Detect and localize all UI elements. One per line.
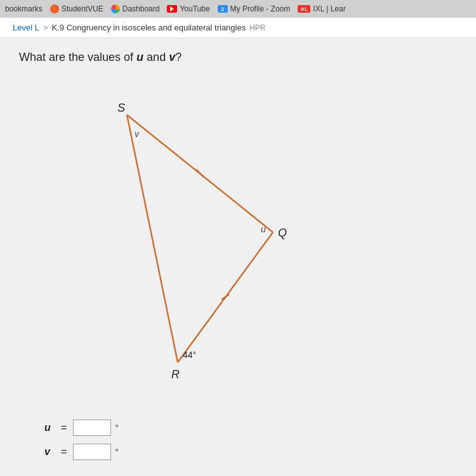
- youtube-label: YouTube: [180, 4, 209, 13]
- studentvue-label: StudentVUE: [62, 4, 103, 13]
- vertex-S-label: S: [117, 102, 125, 114]
- u-equals: =: [61, 422, 67, 433]
- breadcrumb-level[interactable]: Level L: [13, 23, 39, 32]
- variable-v-label: v: [135, 129, 140, 139]
- ixl-label: IXL | Lear: [313, 4, 345, 13]
- breadcrumb-code: HPR: [249, 23, 265, 32]
- angle-44-label: 44°: [183, 350, 196, 360]
- main-content: Level L > K.9 Congruency in isosceles an…: [0, 18, 476, 476]
- vertex-Q-label: Q: [278, 227, 287, 239]
- studentvue-item[interactable]: StudentVUE: [50, 4, 103, 13]
- v-equals: =: [61, 446, 67, 458]
- tick-SQ: [196, 169, 204, 177]
- v-label: v: [44, 446, 57, 458]
- answer-row-u: u = °: [44, 420, 457, 436]
- dashboard-label: Dashboard: [122, 4, 160, 13]
- u-degree: °: [115, 423, 119, 433]
- zoom-item[interactable]: Z My Profile - Zoom: [218, 4, 291, 13]
- variable-u-label: u: [261, 224, 266, 234]
- youtube-item[interactable]: YouTube: [167, 4, 209, 13]
- tick-RQ: [221, 294, 229, 300]
- ixl-item[interactable]: IXL IXL | Lear: [298, 4, 345, 13]
- u-label: u: [44, 422, 57, 433]
- breadcrumb: Level L > K.9 Congruency in isosceles an…: [0, 18, 476, 38]
- ixl-icon: IXL: [298, 5, 310, 13]
- vertex-R-label: R: [171, 368, 180, 381]
- studentvue-icon: [50, 4, 59, 13]
- zoom-icon: Z: [218, 5, 228, 13]
- u-input[interactable]: [73, 420, 111, 436]
- zoom-label: My Profile - Zoom: [230, 4, 291, 13]
- dashboard-item[interactable]: Dashboard: [111, 4, 160, 13]
- breadcrumb-arrow: >: [43, 23, 48, 32]
- youtube-icon: [167, 5, 177, 13]
- bookmarks-label: bookmarks: [5, 4, 43, 13]
- problem-question: What are the values of u and v?: [19, 51, 457, 64]
- triangle-svg: S R Q v u 44°: [19, 77, 336, 407]
- breadcrumb-topic: K.9 Congruency in isosceles and equilate…: [52, 23, 246, 32]
- browser-toolbar: bookmarks StudentVUE Dashboard YouTube Z…: [0, 0, 476, 18]
- v-input[interactable]: [73, 444, 111, 460]
- diagram-container: S R Q v u 44°: [19, 77, 336, 407]
- answer-row-v: v = °: [44, 444, 457, 460]
- v-degree: °: [115, 447, 119, 457]
- dashboard-icon: [111, 4, 120, 13]
- problem-area: What are the values of u and v? S: [0, 38, 476, 476]
- bookmarks-item[interactable]: bookmarks: [5, 4, 43, 13]
- answer-section: u = ° v = °: [19, 420, 457, 460]
- side-SR: [127, 115, 178, 362]
